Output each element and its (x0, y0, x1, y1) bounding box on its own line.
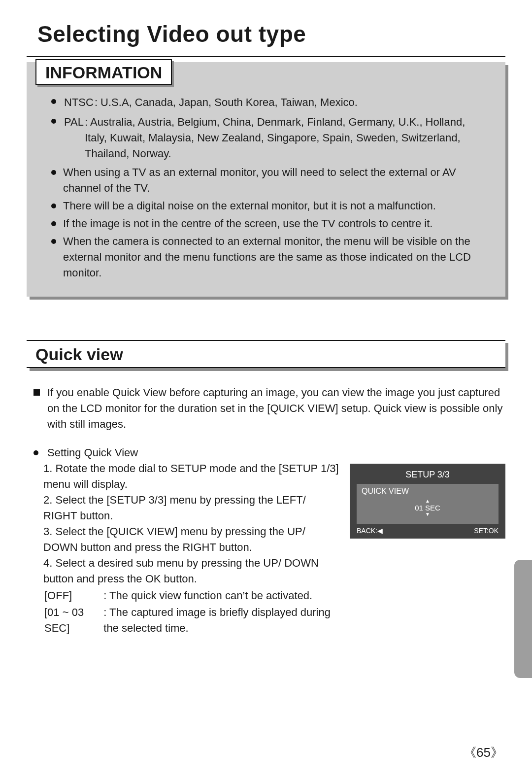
side-thumb-tab (514, 560, 532, 678)
up-arrow-icon: ▲ (362, 499, 494, 504)
info-bullet-4: There will be a digital noise on the ext… (48, 198, 488, 214)
quick-view-intro-list: If you enable Quick View before capturin… (27, 385, 505, 432)
quick-view-setting-title: Setting Quick View (31, 445, 505, 461)
manual-page: Selecting Video out type INFORMATION NTS… (0, 0, 532, 781)
lcd-value-text: 01 SEC (415, 504, 440, 512)
lcd-menu-item: QUICK VIEW (362, 487, 494, 496)
information-box: INFORMATION NTSC : U.S.A, Canada, Japan,… (27, 62, 505, 297)
off-text: : The quick view function can’t be activ… (103, 588, 338, 604)
title-rule (27, 56, 505, 57)
step-1: 1. Rotate the mode dial to SETUP mode an… (43, 461, 339, 492)
page-title: Selecting Video out type (37, 21, 505, 47)
info-bullet-pal: PAL : Australia, Austria, Belgium, China… (48, 113, 488, 163)
pal-label: PAL (64, 114, 84, 162)
lcd-footer: BACK:◀ SET:OK (357, 527, 499, 535)
page-number-value: 65 (476, 745, 491, 760)
lcd-back: BACK:◀ (357, 527, 383, 535)
sec-label: [01 ~ 03 SEC] (44, 605, 102, 636)
pal-text: : Australia, Austria, Belgium, China, De… (85, 114, 487, 162)
quick-view-section: Quick view If you enable Quick View befo… (27, 340, 505, 637)
quick-view-setting-list: Setting Quick View (27, 445, 505, 461)
bracket-left-icon: 《 (464, 745, 476, 760)
info-bullet-3: When using a TV as an external monitor, … (48, 165, 488, 196)
lcd-set: SET:OK (474, 527, 499, 535)
quick-view-header: Quick view (27, 340, 505, 368)
lcd-screenshot: SETUP 3/3 QUICK VIEW ▲ 01 SEC ▼ BACK:◀ S… (350, 464, 505, 539)
information-list: NTSC : U.S.A, Canada, Japan, South Korea… (44, 87, 488, 281)
step-2: 2. Select the [SETUP 3/3] menu by pressi… (43, 492, 339, 524)
info-bullet-6: When the camera is connected to an exter… (48, 234, 488, 281)
lcd-title: SETUP 3/3 (357, 470, 499, 480)
off-label: [OFF] (44, 588, 102, 604)
page-number: 《65》 (464, 744, 503, 761)
ntsc-text: : U.S.A, Canada, Japan, South Korea, Tai… (95, 95, 358, 110)
down-arrow-icon: ▼ (362, 512, 494, 517)
sec-text: : The captured image is briefly displaye… (103, 605, 338, 636)
step-4: 4. Select a desired sub menu by pressing… (43, 555, 339, 587)
bracket-right-icon: 》 (491, 745, 503, 760)
quick-view-submenu-table: [OFF] : The quick view function can’t be… (43, 587, 339, 637)
ntsc-label: NTSC (64, 95, 94, 110)
lcd-value: ▲ 01 SEC ▼ (362, 499, 494, 517)
information-header: INFORMATION (35, 59, 172, 85)
quick-view-steps: 1. Rotate the mode dial to SETUP mode an… (27, 461, 339, 637)
info-bullet-ntsc: NTSC : U.S.A, Canada, Japan, South Korea… (48, 94, 488, 111)
quick-view-intro: If you enable Quick View before capturin… (31, 385, 505, 432)
lcd-menu-box: QUICK VIEW ▲ 01 SEC ▼ (357, 484, 499, 524)
info-bullet-5: If the image is not in the centre of the… (48, 216, 488, 232)
step-3: 3. Select the [QUICK VIEW] menu by press… (43, 524, 339, 555)
